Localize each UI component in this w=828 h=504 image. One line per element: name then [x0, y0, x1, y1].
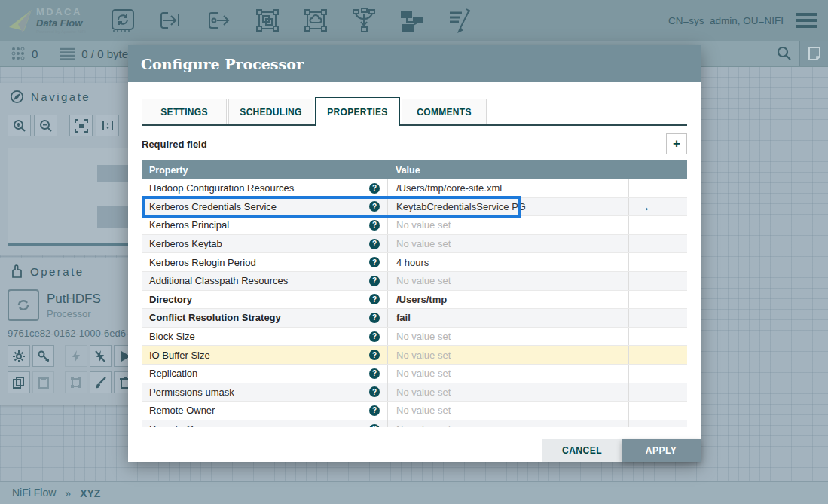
help-icon[interactable]: ? [369, 405, 380, 416]
goto-service-icon[interactable]: → [639, 200, 650, 213]
property-value: No value set [396, 275, 451, 286]
add-property-button[interactable]: + [666, 133, 687, 154]
help-icon[interactable]: ? [369, 350, 380, 360]
property-value-cell[interactable]: /Users/tmp/core-site.xml [387, 179, 628, 197]
property-value-cell[interactable]: fail [387, 309, 628, 327]
paste-button[interactable] [32, 371, 55, 393]
property-value: No value set [396, 238, 451, 249]
property-name: Remote Owner [149, 405, 215, 416]
zoom-in-button[interactable] [8, 115, 31, 136]
property-value-cell[interactable]: No value set [387, 216, 628, 234]
help-icon[interactable]: ? [369, 331, 380, 342]
property-value-cell[interactable]: KeytabCredentialsService PG [387, 198, 628, 216]
property-value-cell[interactable]: No value set [387, 383, 628, 402]
enable-button[interactable] [65, 345, 87, 367]
property-value-cell[interactable]: No value set [387, 402, 628, 420]
help-icon[interactable]: ? [369, 239, 380, 249]
hand-icon [10, 264, 23, 279]
funnel-icon[interactable] [350, 6, 378, 35]
value-column-header: Value [387, 165, 420, 176]
global-menu-icon[interactable] [796, 13, 817, 28]
navigate-header[interactable]: Navigate [0, 83, 136, 108]
help-icon[interactable]: ? [369, 183, 380, 194]
processor-icon[interactable] [108, 6, 137, 35]
bulletin-board-icon[interactable] [799, 41, 828, 66]
copy-button[interactable] [8, 371, 30, 393]
output-port-icon[interactable] [205, 6, 234, 35]
property-row[interactable]: Block Size ? No value set → [142, 328, 687, 347]
brand-name: MDACA [36, 7, 86, 17]
help-icon[interactable]: ? [369, 201, 380, 212]
birdseye-minimap[interactable] [8, 148, 134, 246]
property-value-cell[interactable]: No value set [387, 346, 628, 364]
required-field-label: Required field [142, 139, 207, 150]
property-name: Additional Classpath Resources [149, 275, 288, 286]
property-row[interactable]: Remote Owner ? No value set → [142, 402, 687, 420]
property-row[interactable]: Kerberos Relogin Period ? 4 hours → [142, 253, 687, 272]
zoom-fit-button[interactable] [69, 115, 93, 136]
operate-palette: Operate PutHDFS Processor 9761ce82-0162-… [0, 258, 136, 405]
process-group-icon[interactable] [253, 6, 282, 35]
property-value-cell[interactable]: No value set [387, 365, 628, 383]
properties-table-header: Property Value [142, 160, 687, 179]
breadcrumb-root-link[interactable]: NiFi Flow [12, 487, 56, 499]
property-name: Conflict Resolution Strategy [149, 312, 281, 323]
tab-comments[interactable]: COMMENTS [402, 99, 487, 126]
property-row[interactable]: IO Buffer Size ? No value set → [142, 346, 687, 365]
property-row[interactable]: Permissions umask ? No value set → [142, 383, 687, 402]
zoom-out-button[interactable] [34, 115, 57, 136]
disable-button[interactable] [90, 345, 112, 367]
property-value: No value set [396, 219, 451, 231]
operate-title: Operate [30, 265, 84, 278]
property-row[interactable]: Additional Classpath Resources ? No valu… [142, 272, 687, 291]
property-name: Block Size [149, 331, 195, 342]
property-row[interactable]: Remote Group ? No value set → [142, 420, 687, 427]
property-row[interactable]: Kerberos Keytab ? No value set → [142, 235, 687, 254]
help-icon[interactable]: ? [369, 294, 380, 304]
help-icon[interactable]: ? [369, 313, 380, 323]
property-name: Kerberos Relogin Period [149, 257, 256, 268]
search-icon[interactable] [769, 41, 799, 66]
property-row[interactable]: Directory ? /Users/tmp → [142, 291, 687, 310]
help-icon[interactable]: ? [369, 424, 380, 427]
breadcrumb: NiFi Flow » XYZ [0, 481, 828, 504]
dialog-tabs: SETTINGS SCHEDULING PROPERTIES COMMENTS [142, 97, 687, 126]
zoom-actual-size-button[interactable] [96, 115, 119, 136]
property-name: Hadoop Configuration Resources [149, 182, 294, 194]
property-value-cell[interactable]: No value set [387, 328, 628, 346]
help-icon[interactable]: ? [369, 220, 380, 231]
help-icon[interactable]: ? [369, 368, 380, 379]
brand-logo: MDACA Data Flow Powered by Apache NiFi [8, 6, 98, 35]
tab-properties[interactable]: PROPERTIES [315, 97, 400, 126]
operate-header[interactable]: Operate [0, 258, 136, 283]
change-color-button[interactable] [90, 371, 112, 393]
tab-scheduling[interactable]: SCHEDULING [228, 99, 313, 126]
apply-button[interactable]: APPLY [622, 439, 701, 462]
property-row[interactable]: Kerberos Credentials Service ? KeytabCre… [142, 198, 687, 217]
property-value-cell[interactable]: No value set [387, 420, 628, 427]
remote-process-group-icon[interactable] [301, 6, 330, 35]
property-value-cell[interactable]: No value set [387, 235, 628, 253]
breadcrumb-current: XYZ [80, 487, 100, 499]
input-port-icon[interactable] [157, 6, 185, 35]
help-icon[interactable]: ? [369, 386, 380, 397]
cancel-button[interactable]: CANCEL [542, 439, 622, 462]
group-button[interactable] [65, 371, 87, 393]
property-row[interactable]: Conflict Resolution Strategy ? fail → [142, 309, 687, 328]
template-icon[interactable] [398, 6, 426, 35]
tab-settings[interactable]: SETTINGS [142, 99, 227, 126]
configure-button[interactable] [8, 345, 30, 367]
property-row[interactable]: Replication ? No value set → [142, 365, 687, 383]
help-icon[interactable]: ? [369, 276, 380, 286]
property-value-cell[interactable]: 4 hours [387, 253, 628, 271]
access-policies-button[interactable] [32, 345, 55, 367]
property-row[interactable]: Kerberos Principal ? No value set → [142, 216, 687, 235]
property-value-cell[interactable]: No value set [387, 272, 628, 290]
label-icon[interactable] [446, 6, 475, 35]
property-row[interactable]: Hadoop Configuration Resources ? /Users/… [142, 179, 687, 198]
processor-badge-icon [8, 289, 39, 321]
property-value-cell[interactable]: /Users/tmp [387, 291, 628, 309]
help-icon[interactable]: ? [369, 257, 380, 267]
property-value: No value set [396, 423, 451, 427]
property-name: Replication [149, 368, 197, 379]
